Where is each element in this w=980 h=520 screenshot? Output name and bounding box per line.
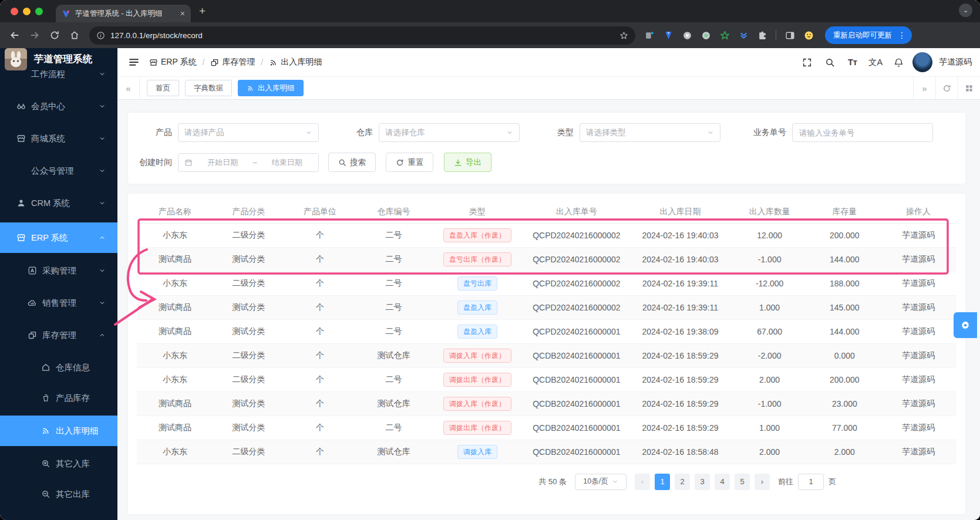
filter-input-wrap: [792, 123, 933, 142]
extension-chevrons-icon[interactable]: [735, 27, 752, 43]
new-tab-button[interactable]: +: [199, 5, 206, 18]
extension-green-circle-icon[interactable]: [698, 27, 714, 43]
type-badge: 调拨入库（作废）: [443, 397, 511, 411]
window-minimize-button[interactable]: [23, 8, 31, 15]
back-icon[interactable]: [6, 26, 23, 44]
export-button[interactable]: 导出: [444, 153, 491, 172]
type-badge: 盘盈入库: [457, 325, 497, 339]
extension-v-icon[interactable]: [660, 27, 676, 43]
table-row[interactable]: 小东东二级分类个测试仓库调拨入库（作废）QCDB2024021600000120…: [137, 343, 957, 367]
sidebar-item-会员中心[interactable]: 会员中心: [0, 93, 117, 119]
table-row[interactable]: 测试商品测试分类个测试仓库调拨入库（作废）QCDB202402160000012…: [137, 391, 957, 416]
sidebar-item-其它入库[interactable]: 其它入库: [0, 451, 117, 477]
sidebar-item-采购管理[interactable]: 采购管理: [0, 258, 117, 283]
site-info-icon[interactable]: [96, 31, 105, 40]
extension-star-icon[interactable]: [716, 27, 733, 43]
table-row[interactable]: 测试商品测试分类个二号调拨出库（作废）QCDB20240216000001202…: [137, 416, 957, 440]
date-separator: –: [252, 158, 257, 167]
forward-icon[interactable]: [26, 26, 43, 44]
sidebar-item-CRM 系统[interactable]: CRM 系统: [0, 190, 117, 216]
side-panel-icon[interactable]: [782, 27, 798, 43]
table-row[interactable]: 小东东二级分类个二号盘亏出库QCPD202402160000022024-02-…: [137, 271, 957, 295]
window-zoom-button[interactable]: [35, 8, 43, 15]
reset-button[interactable]: 重置: [386, 153, 433, 172]
tags-scroll-left-icon[interactable]: «: [117, 77, 140, 99]
cell-date: 2024-02-16 18:59:29: [630, 343, 730, 367]
filter-input-业务单号[interactable]: [792, 123, 933, 142]
page-tag-首页[interactable]: 首页: [147, 80, 179, 96]
page-button-4[interactable]: 4: [715, 474, 730, 490]
profile-avatar-icon[interactable]: [800, 27, 817, 43]
extensions-puzzle-icon[interactable]: [754, 27, 770, 43]
select-placeholder: 请选择产品: [184, 127, 224, 138]
filter-select-类型[interactable]: 请选择类型: [580, 123, 720, 142]
chevron-down-icon: [99, 200, 106, 207]
cell-product: 测试商品: [137, 416, 213, 440]
browser-tab[interactable]: 芋道管理系统 - 出入库明细 ×: [56, 5, 191, 22]
sidebar-item-商城系统[interactable]: 商城系统: [0, 126, 117, 151]
column-header-类型: 类型: [432, 201, 523, 223]
window-close-button[interactable]: [11, 8, 18, 15]
notification-bell-icon[interactable]: [890, 53, 907, 71]
username[interactable]: 芋道源码: [939, 57, 972, 67]
goto-page-input[interactable]: [798, 474, 824, 490]
chevron-down-icon: [305, 129, 312, 136]
page-size-select[interactable]: 10条/页: [575, 474, 627, 490]
layout-grid-icon[interactable]: [958, 77, 980, 99]
tab-overflow-chevron-icon[interactable]: ⌄: [959, 4, 972, 17]
tags-refresh-icon[interactable]: [935, 77, 958, 99]
page-button-5[interactable]: 5: [735, 474, 750, 490]
home-icon[interactable]: [66, 26, 83, 44]
app-logo-row[interactable]: 芋道管理系统: [0, 48, 117, 70]
cell-date: 2024-02-16 18:59:29: [630, 416, 730, 440]
breadcrumb-item-ERP 系统[interactable]: ERP 系统: [149, 57, 196, 67]
extension-password-icon[interactable]: [641, 27, 658, 43]
table-row[interactable]: 小东东二级分类个二号调拨出库（作废）QCDB202402160000012024…: [137, 367, 957, 391]
user-avatar[interactable]: [912, 52, 932, 72]
extension-circle-icon[interactable]: [679, 27, 695, 43]
page-button-1[interactable]: 1: [655, 474, 670, 490]
sidebar-item-出入库明细[interactable]: 出入库明细: [0, 416, 117, 446]
breadcrumb-item-库存管理[interactable]: 库存管理: [210, 57, 255, 67]
cell-category: 二级分类: [213, 343, 284, 367]
address-bar[interactable]: 127.0.0.1/erp/stock/record: [89, 26, 635, 45]
table-row[interactable]: 测试商品测试分类个二号盘盈入库QCPD202402160000012024-02…: [137, 319, 957, 343]
sidebar-item-公众号管理[interactable]: 公众号管理: [0, 158, 117, 184]
theme-settings-button[interactable]: [954, 312, 977, 338]
page-tag-字典数据[interactable]: 字典数据: [185, 80, 232, 96]
sidebar-item-产品库存[interactable]: 产品库存: [0, 385, 117, 411]
tab-close-icon[interactable]: ×: [180, 9, 185, 18]
chevron-down-icon: [506, 129, 513, 136]
sidebar-item-库存调拨[interactable]: 库存调拨: [0, 512, 117, 520]
cell-quantity: 67.000: [730, 319, 809, 343]
table-row[interactable]: 测试商品测试分类个二号盘亏出库（作废）QCPD20240216000002202…: [137, 247, 957, 271]
bookmark-star-icon[interactable]: [619, 31, 628, 40]
filter-select-产品[interactable]: 请选择产品: [178, 123, 319, 142]
table-row[interactable]: 测试商品测试分类个二号盘盈入库QCPD202402160000022024-02…: [137, 295, 957, 319]
search-button[interactable]: 搜索: [328, 153, 376, 172]
sidebar-item-其它出库[interactable]: 其它出库: [0, 481, 117, 507]
cell-date: 2024-02-16 19:39:11: [630, 271, 730, 295]
date-range-input[interactable]: 开始日期 – 结束日期: [178, 153, 319, 172]
sidebar-item-ERP 系统[interactable]: ERP 系统: [0, 222, 117, 253]
collapse-menu-icon[interactable]: [128, 56, 140, 68]
font-size-icon[interactable]: Tт: [844, 53, 861, 71]
page-tag-出入库明细[interactable]: 出入库明细: [238, 80, 304, 96]
next-page-button[interactable]: ›: [755, 474, 770, 490]
sidebar-item-仓库信息[interactable]: 仓库信息: [0, 354, 117, 380]
search-icon[interactable]: [821, 53, 838, 71]
prev-page-button[interactable]: ‹: [635, 474, 650, 490]
table-row[interactable]: 小东东二级分类个测试仓库调拨入库QCDB202402160000012024-0…: [137, 440, 957, 464]
sidebar-item-库存管理[interactable]: 库存管理: [0, 322, 117, 348]
translate-icon[interactable]: 文A: [867, 53, 884, 71]
fullscreen-icon[interactable]: [798, 53, 816, 71]
page-button-3[interactable]: 3: [695, 474, 710, 490]
tags-scroll-right-icon[interactable]: »: [913, 77, 935, 99]
filter-select-仓库[interactable]: 请选择仓库: [379, 123, 520, 142]
reload-icon[interactable]: [46, 26, 63, 44]
page-button-2[interactable]: 2: [675, 474, 690, 490]
table-row[interactable]: 小东东二级分类个二号盘盈入库（作废）QCPD202402160000022024…: [137, 223, 957, 247]
browser-update-button[interactable]: 重新启动即可更新 ⋮: [825, 26, 912, 44]
sidebar-item-销售管理[interactable]: 销售管理: [0, 290, 117, 316]
browser-menu-icon[interactable]: ⋮: [895, 31, 908, 40]
